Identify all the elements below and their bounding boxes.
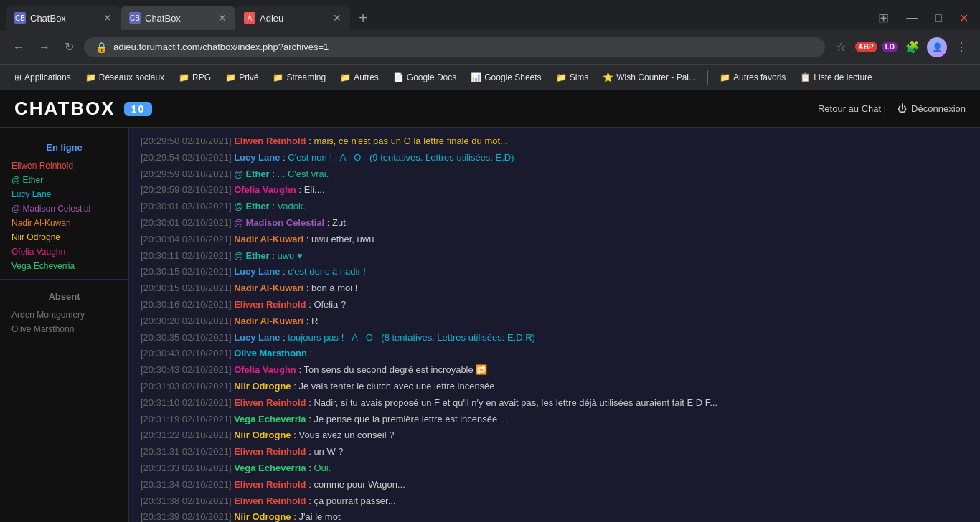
msg-user[interactable]: Eliwen Reinhold: [234, 397, 306, 408]
msg-time: [20:31:39 02/10/2021]: [141, 511, 234, 522]
msg-user[interactable]: Eliwen Reinhold: [234, 446, 306, 457]
sheets-icon: 📊: [471, 72, 481, 82]
chat-area[interactable]: [20:29:50 02/10/2021] Eliwen Reinhold : …: [129, 128, 980, 522]
bookmark-sims[interactable]: 📁 Sims: [550, 70, 595, 85]
bookmarks-bar: ⊞ Applications 📁 Réseaux sociaux 📁 RPG 📁…: [0, 65, 980, 90]
msg-user[interactable]: Eliwen Reinhold: [234, 136, 306, 146]
menu-icon[interactable]: ⋮: [951, 37, 971, 57]
bookmark-rpg[interactable]: 📁 RPG: [173, 70, 217, 85]
ld-badge[interactable]: LD: [882, 42, 898, 52]
chat-message-22: [20:31:38 02/10/2021] Eliwen Reinhold : …: [141, 493, 969, 510]
msg-time: [20:29:59 02/10/2021]: [141, 169, 234, 179]
msg-time: [20:30:43 02/10/2021]: [141, 364, 234, 375]
tab-3-label: Adieu: [260, 13, 283, 24]
bookmark-wish[interactable]: ⭐ Wish Counter - Pai...: [597, 70, 702, 85]
msg-time: [20:30:11 02/10/2021]: [141, 250, 234, 261]
sidebar-user-ofelia[interactable]: Ofelia Vaughn: [0, 245, 128, 259]
msg-user[interactable]: Nadir Al-Kuwari: [234, 283, 303, 293]
msg-user[interactable]: Eliwen Reinhold: [234, 479, 306, 490]
msg-user[interactable]: Ofelia Vaughn: [234, 184, 296, 195]
deconnexion-icon: ⏻: [897, 103, 907, 114]
msg-time: [20:30:15 02/10/2021]: [141, 266, 234, 277]
bookmark-prive[interactable]: 📁 Privé: [220, 70, 264, 85]
msg-user[interactable]: Ofelia Vaughn: [234, 364, 296, 375]
chat-message-10: [20:30:16 02/10/2021] Eliwen Reinhold : …: [141, 297, 969, 313]
tab-1[interactable]: CB ChatBox ✕: [6, 6, 121, 30]
msg-text: Vadok.: [278, 201, 306, 212]
puzzle-icon[interactable]: 🧩: [903, 37, 923, 57]
msg-text: Eli....: [304, 184, 325, 195]
forward-button[interactable]: →: [34, 38, 55, 57]
tab-3-close[interactable]: ✕: [327, 12, 341, 24]
back-button[interactable]: ←: [9, 38, 29, 57]
sidebar-user-lucy[interactable]: Lucy Lane: [0, 187, 128, 201]
bookmark-streaming[interactable]: 📁 Streaming: [267, 70, 331, 85]
url-bar[interactable]: 🔒 adieu.forumactif.com/chatbox/index.php…: [84, 37, 825, 57]
msg-sep: :: [270, 201, 278, 212]
msg-user[interactable]: Lucy Lane: [234, 266, 280, 277]
msg-text: Je vais tenter le clutch avec une lettre…: [298, 381, 494, 392]
sidebar-user-nadir[interactable]: Nadir Al-Kuwari: [0, 216, 128, 230]
deconnexion-button[interactable]: ⏻ Déconnexion: [897, 103, 966, 114]
sidebar-user-olive[interactable]: Olive Marsthonn: [0, 322, 128, 336]
tab-1-close[interactable]: ✕: [98, 12, 112, 24]
bookmark-google-docs[interactable]: 📄 Google Docs: [387, 70, 462, 85]
msg-time: [20:29:59 02/10/2021]: [141, 184, 234, 195]
maximize-button[interactable]: □: [929, 11, 948, 24]
tab-2[interactable]: CB ChatBox ✕: [121, 6, 235, 30]
msg-user[interactable]: @ Ether: [234, 201, 270, 212]
bookmark-google-sheets[interactable]: 📊 Google Sheets: [465, 70, 547, 85]
chat-message-8: [20:30:15 02/10/2021] Lucy Lane : c'est …: [141, 264, 969, 280]
close-button[interactable]: ✕: [953, 11, 974, 25]
msg-user[interactable]: @ Ether: [234, 169, 270, 179]
retour-link[interactable]: Retour au Chat |: [818, 103, 886, 114]
chat-message-20: [20:31:33 02/10/2021] Vega Echeverria : …: [141, 460, 969, 477]
msg-user[interactable]: Lucy Lane: [234, 152, 280, 163]
bookmark-autres-favoris[interactable]: 📁 Autres favoris: [714, 70, 791, 85]
msg-time: [20:30:35 02/10/2021]: [141, 332, 234, 343]
msg-user[interactable]: Vega Echeverria: [234, 414, 306, 424]
refresh-button[interactable]: ↻: [60, 37, 78, 57]
msg-user[interactable]: Niir Odrogne: [234, 430, 291, 440]
msg-text: Oui.: [314, 462, 331, 473]
extensions-icon[interactable]: ⊞: [872, 10, 895, 26]
minimize-button[interactable]: —: [900, 11, 923, 24]
msg-user[interactable]: Niir Odrogne: [234, 381, 291, 392]
apps-icon: ⊞: [14, 72, 22, 82]
msg-user[interactable]: Olive Marsthonn: [234, 348, 307, 359]
bookmark-reseaux[interactable]: 📁 Réseaux sociaux: [80, 70, 170, 85]
msg-user[interactable]: Nadir Al-Kuwari: [234, 315, 303, 326]
msg-time: [20:30:01 02/10/2021]: [141, 217, 234, 228]
msg-sep: :: [296, 184, 304, 195]
abp-badge[interactable]: ABP: [855, 42, 877, 52]
bookmark-autres[interactable]: 📁 Autres: [334, 70, 385, 85]
msg-user[interactable]: Eliwen Reinhold: [234, 299, 306, 310]
msg-user[interactable]: Lucy Lane: [234, 332, 280, 343]
user-avatar[interactable]: 👤: [927, 37, 947, 57]
bookmark-applications[interactable]: ⊞ Applications: [9, 70, 77, 85]
msg-text: Ton sens du second degré est incroyable …: [303, 364, 487, 375]
msg-user[interactable]: Vega Echeverria: [234, 462, 306, 473]
folder-icon-5: 📁: [340, 72, 351, 82]
sidebar-user-vega[interactable]: Vega Echeverria: [0, 259, 128, 273]
msg-sep: :: [280, 152, 288, 163]
msg-sep: :: [296, 364, 304, 375]
new-tab-button[interactable]: +: [353, 8, 373, 28]
msg-user[interactable]: @ Madison Celestial: [234, 217, 324, 228]
msg-time: [20:31:03 02/10/2021]: [141, 381, 234, 392]
msg-user[interactable]: @ Ether: [234, 250, 270, 261]
tab-2-close[interactable]: ✕: [212, 12, 227, 24]
star-icon[interactable]: ☆: [831, 37, 851, 57]
tab-3[interactable]: A Adieu ✕: [235, 6, 350, 30]
msg-text: C'est non ! - A - O - (9 tentatives. Let…: [288, 152, 514, 163]
msg-user[interactable]: Eliwen Reinhold: [234, 495, 306, 506]
sidebar-user-arden[interactable]: Arden Montgomery: [0, 308, 128, 322]
sidebar-user-madison[interactable]: @ Madison Celestial: [0, 201, 128, 216]
msg-text: Nadir, si tu avais proposé un F et qu'il…: [314, 397, 717, 408]
bookmark-liste-lecture[interactable]: 📋 Liste de lecture: [794, 70, 877, 85]
sidebar-user-ether[interactable]: @ Ether: [0, 173, 128, 187]
sidebar-user-eliwen[interactable]: Eliwen Reinhold: [0, 158, 128, 173]
msg-user[interactable]: Niir Odrogne: [234, 511, 291, 522]
sidebar-user-niir[interactable]: Niir Odrogne: [0, 230, 128, 245]
msg-user[interactable]: Nadir Al-Kuwari: [234, 234, 303, 245]
